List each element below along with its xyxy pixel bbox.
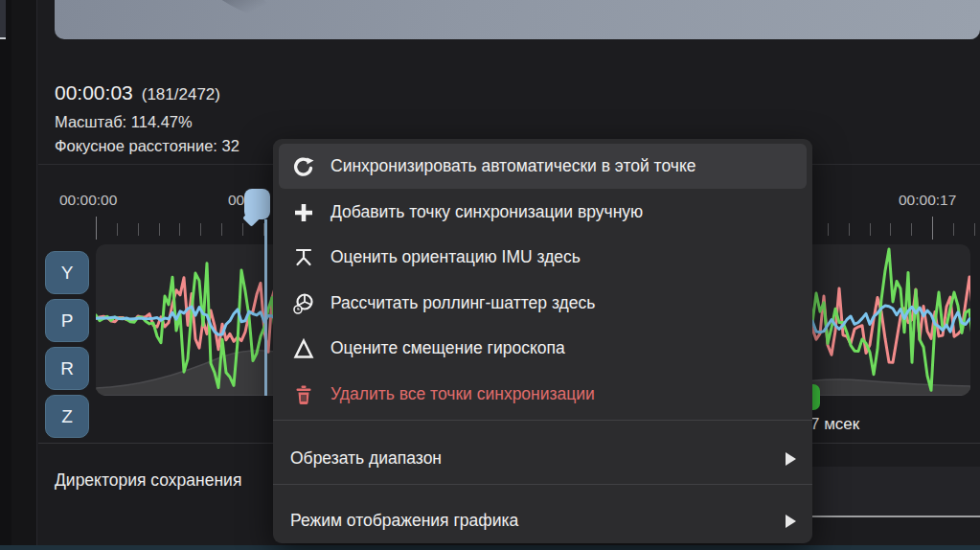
video-frame-detail: [198, 0, 285, 28]
timeline-tick: [200, 223, 201, 236]
app-window: 00:00:03(181/2472) Масштаб: 114.47% Фоку…: [0, 0, 980, 550]
menu-item-delete-sync-points[interactable]: Удалить все точки синхронизации: [273, 372, 812, 417]
shutter-icon: [290, 290, 317, 317]
context-menu: Синхронизировать автоматически в этой то…: [273, 139, 812, 543]
playhead-marker[interactable]: [244, 189, 270, 219]
focal-length-label: Фокусное расстояние: 32: [55, 137, 239, 155]
plus-icon: [290, 199, 317, 226]
menu-separator: [273, 484, 812, 485]
left-edge-panel: [0, 0, 6, 39]
menu-item-label: Удалить все точки синхронизации: [330, 384, 595, 404]
timestamp-value: 00:00:03: [55, 81, 133, 103]
timeline-tick: [870, 223, 871, 236]
timeline-tick: [96, 217, 97, 240]
timeline-tick: [911, 223, 912, 236]
timeline-tick: [849, 223, 850, 236]
menu-item-trim-range[interactable]: Обрезать диапазон: [273, 436, 812, 481]
playhead-line: [264, 219, 267, 396]
bottom-accent-strip: [0, 545, 980, 550]
axis-button-pitch[interactable]: P: [45, 299, 89, 342]
imu-icon: [290, 244, 317, 271]
timeline-tick: [974, 223, 975, 236]
timeline-tick: [890, 223, 891, 236]
timeline-tick: [828, 223, 829, 236]
submenu-arrow-icon: [786, 452, 796, 466]
frame-counter: (181/2472): [142, 85, 220, 103]
timeline-label-end: 00:00:17: [899, 192, 956, 209]
zoom-level-label: Масштаб: 114.47%: [55, 113, 193, 131]
menu-item-label: Оцените смещение гироскопа: [330, 338, 565, 358]
menu-item-label: Режим отображения графика: [290, 511, 518, 531]
menu-item-label: Обрезать диапазон: [290, 448, 442, 469]
menu-item-auto-sync[interactable]: Синхронизировать автоматически в этой то…: [279, 144, 807, 189]
video-preview[interactable]: [55, 0, 980, 39]
menu-item-label: Оценить ориентацию IMU здесь: [330, 247, 581, 267]
menu-item-add-sync-point[interactable]: Добавить точку синхронизации вручную: [273, 190, 812, 235]
trash-icon: [290, 381, 317, 408]
sync-icon: [290, 153, 317, 180]
timeline-tick: [932, 217, 933, 240]
delta-icon: [290, 335, 317, 362]
timeline-tick: [159, 223, 160, 236]
left-gutter: [0, 0, 11, 550]
submenu-arrow-icon: [786, 515, 796, 528]
timeline-tick: [953, 223, 954, 236]
timeline-tick: [242, 223, 243, 236]
panel-divider-vertical: [36, 0, 37, 550]
current-timestamp: 00:00:03(181/2472): [55, 81, 220, 104]
menu-item-label: Рассчитать роллинг-шаттер здесь: [330, 293, 595, 313]
timeline-tick: [117, 223, 118, 236]
save-directory-label: Директория сохранения: [55, 470, 241, 491]
timeline-label-start: 00:00:00: [59, 192, 117, 209]
menu-item-estimate-imu[interactable]: Оценить ориентацию IMU здесь: [273, 235, 812, 280]
timeline-tick: [179, 223, 180, 236]
axis-button-yaw[interactable]: Y: [45, 251, 89, 294]
menu-item-label: Добавить точку синхронизации вручную: [330, 202, 643, 222]
menu-item-label: Синхронизировать автоматически в этой то…: [330, 156, 695, 176]
menu-separator: [273, 420, 812, 421]
menu-item-rolling-shutter[interactable]: Рассчитать роллинг-шаттер здесь: [273, 281, 812, 326]
sync-offset-label: 7 мсек: [810, 415, 859, 434]
menu-item-gyro-bias[interactable]: Оцените смещение гироскопа: [273, 326, 812, 371]
timeline-tick: [138, 223, 139, 236]
axis-button-zoom[interactable]: Z: [45, 395, 89, 438]
timeline-tick: [221, 223, 222, 236]
axis-button-roll[interactable]: R: [45, 347, 89, 390]
menu-item-chart-display-mode[interactable]: Режим отображения графика: [273, 498, 812, 543]
